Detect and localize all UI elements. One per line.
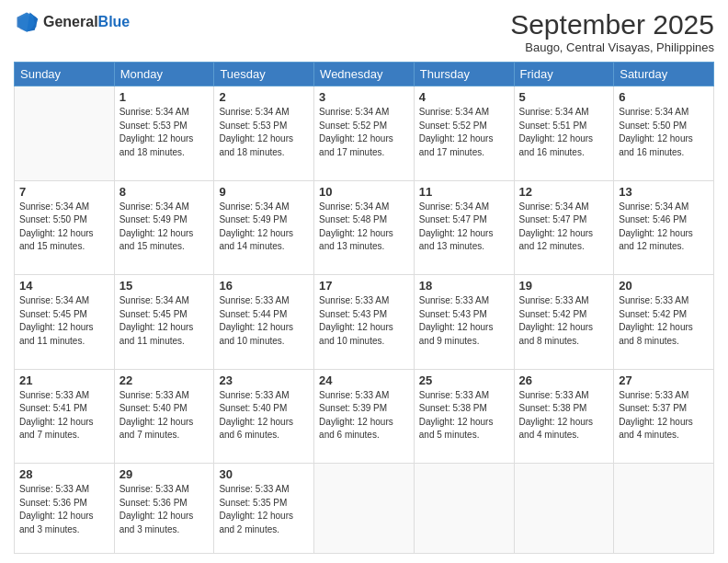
calendar-cell xyxy=(15,86,115,181)
week-row-5: 28Sunrise: 5:33 AMSunset: 5:36 PMDayligh… xyxy=(15,464,714,554)
logo-general: General xyxy=(43,14,98,30)
calendar-header-row: SundayMondayTuesdayWednesdayThursdayFrid… xyxy=(15,63,714,86)
calendar-cell xyxy=(414,464,514,554)
calendar-cell: 6Sunrise: 5:34 AMSunset: 5:50 PMDaylight… xyxy=(614,86,714,181)
day-info: Sunrise: 5:33 AMSunset: 5:40 PMDaylight:… xyxy=(119,389,210,442)
calendar-cell: 24Sunrise: 5:33 AMSunset: 5:39 PMDayligh… xyxy=(314,369,415,464)
calendar-cell: 11Sunrise: 5:34 AMSunset: 5:47 PMDayligh… xyxy=(414,180,514,275)
calendar-header-saturday: Saturday xyxy=(614,63,714,86)
calendar-header-wednesday: Wednesday xyxy=(314,63,415,86)
day-info: Sunrise: 5:34 AMSunset: 5:45 PMDaylight:… xyxy=(19,294,109,348)
day-info: Sunrise: 5:33 AMSunset: 5:40 PMDaylight:… xyxy=(219,389,309,442)
calendar-header-monday: Monday xyxy=(114,63,214,86)
day-info: Sunrise: 5:33 AMSunset: 5:38 PMDaylight:… xyxy=(419,389,509,442)
calendar-table: SundayMondayTuesdayWednesdayThursdayFrid… xyxy=(14,62,714,554)
day-info: Sunrise: 5:33 AMSunset: 5:44 PMDaylight:… xyxy=(219,294,309,348)
title-block: September 2025 Baugo, Central Visayas, P… xyxy=(510,9,714,54)
calendar-cell: 21Sunrise: 5:33 AMSunset: 5:41 PMDayligh… xyxy=(15,369,115,464)
calendar-cell: 19Sunrise: 5:33 AMSunset: 5:42 PMDayligh… xyxy=(514,275,614,370)
calendar-cell: 1Sunrise: 5:34 AMSunset: 5:53 PMDaylight… xyxy=(114,86,214,181)
day-info: Sunrise: 5:33 AMSunset: 5:37 PMDaylight:… xyxy=(619,389,709,442)
day-number: 2 xyxy=(219,90,309,104)
day-info: Sunrise: 5:34 AMSunset: 5:52 PMDaylight:… xyxy=(319,106,409,159)
calendar-header-friday: Friday xyxy=(514,63,614,86)
day-number: 22 xyxy=(119,373,210,387)
calendar-cell: 18Sunrise: 5:33 AMSunset: 5:43 PMDayligh… xyxy=(414,275,514,370)
day-number: 29 xyxy=(119,467,210,481)
day-number: 17 xyxy=(319,279,409,293)
day-number: 1 xyxy=(119,90,210,104)
logo-text: General Blue xyxy=(43,14,130,30)
calendar-cell: 12Sunrise: 5:34 AMSunset: 5:47 PMDayligh… xyxy=(514,180,614,275)
day-info: Sunrise: 5:33 AMSunset: 5:41 PMDaylight:… xyxy=(19,389,109,442)
calendar-cell: 8Sunrise: 5:34 AMSunset: 5:49 PMDaylight… xyxy=(114,180,214,275)
calendar-cell: 2Sunrise: 5:34 AMSunset: 5:53 PMDaylight… xyxy=(214,86,314,181)
calendar-header-sunday: Sunday xyxy=(15,63,115,86)
calendar-cell: 4Sunrise: 5:34 AMSunset: 5:52 PMDaylight… xyxy=(414,86,514,181)
day-number: 13 xyxy=(619,185,709,199)
day-info: Sunrise: 5:34 AMSunset: 5:47 PMDaylight:… xyxy=(519,201,609,254)
day-number: 4 xyxy=(419,90,509,104)
day-info: Sunrise: 5:34 AMSunset: 5:53 PMDaylight:… xyxy=(119,106,210,159)
calendar-cell: 26Sunrise: 5:33 AMSunset: 5:38 PMDayligh… xyxy=(514,369,614,464)
calendar-cell: 22Sunrise: 5:33 AMSunset: 5:40 PMDayligh… xyxy=(114,369,214,464)
calendar-cell: 17Sunrise: 5:33 AMSunset: 5:43 PMDayligh… xyxy=(314,275,415,370)
logo-blue: Blue xyxy=(98,14,131,30)
day-number: 14 xyxy=(19,279,109,293)
location: Baugo, Central Visayas, Philippines xyxy=(510,40,714,54)
day-info: Sunrise: 5:34 AMSunset: 5:49 PMDaylight:… xyxy=(219,201,309,254)
page: General Blue September 2025 Baugo, Centr… xyxy=(0,0,728,563)
day-number: 9 xyxy=(219,185,309,199)
day-number: 15 xyxy=(119,279,210,293)
day-info: Sunrise: 5:33 AMSunset: 5:43 PMDaylight:… xyxy=(419,294,509,348)
day-number: 6 xyxy=(619,90,709,104)
day-info: Sunrise: 5:34 AMSunset: 5:46 PMDaylight:… xyxy=(619,201,709,254)
day-number: 25 xyxy=(419,373,509,387)
day-number: 21 xyxy=(19,373,109,387)
day-info: Sunrise: 5:33 AMSunset: 5:36 PMDaylight:… xyxy=(119,483,210,536)
calendar-cell: 15Sunrise: 5:34 AMSunset: 5:45 PMDayligh… xyxy=(114,275,214,370)
logo-icon xyxy=(14,9,40,35)
day-number: 26 xyxy=(519,373,609,387)
day-number: 8 xyxy=(119,185,210,199)
day-number: 3 xyxy=(319,90,409,104)
calendar-cell: 23Sunrise: 5:33 AMSunset: 5:40 PMDayligh… xyxy=(214,369,314,464)
calendar-cell: 29Sunrise: 5:33 AMSunset: 5:36 PMDayligh… xyxy=(114,464,214,554)
day-info: Sunrise: 5:34 AMSunset: 5:52 PMDaylight:… xyxy=(419,106,509,159)
day-info: Sunrise: 5:33 AMSunset: 5:36 PMDaylight:… xyxy=(19,483,109,536)
calendar-cell: 10Sunrise: 5:34 AMSunset: 5:48 PMDayligh… xyxy=(314,180,415,275)
day-number: 28 xyxy=(19,467,109,481)
week-row-2: 7Sunrise: 5:34 AMSunset: 5:50 PMDaylight… xyxy=(15,180,714,275)
day-info: Sunrise: 5:34 AMSunset: 5:53 PMDaylight:… xyxy=(219,106,309,159)
day-info: Sunrise: 5:34 AMSunset: 5:50 PMDaylight:… xyxy=(19,201,109,254)
header: General Blue September 2025 Baugo, Centr… xyxy=(14,9,714,54)
day-info: Sunrise: 5:33 AMSunset: 5:43 PMDaylight:… xyxy=(319,294,409,348)
day-number: 20 xyxy=(619,279,709,293)
day-number: 16 xyxy=(219,279,309,293)
day-number: 23 xyxy=(219,373,309,387)
calendar-cell: 14Sunrise: 5:34 AMSunset: 5:45 PMDayligh… xyxy=(15,275,115,370)
calendar-header-tuesday: Tuesday xyxy=(214,63,314,86)
day-number: 30 xyxy=(219,467,309,481)
calendar-cell: 25Sunrise: 5:33 AMSunset: 5:38 PMDayligh… xyxy=(414,369,514,464)
day-info: Sunrise: 5:33 AMSunset: 5:38 PMDaylight:… xyxy=(519,389,609,442)
day-number: 27 xyxy=(619,373,709,387)
calendar-cell: 20Sunrise: 5:33 AMSunset: 5:42 PMDayligh… xyxy=(614,275,714,370)
calendar-cell: 13Sunrise: 5:34 AMSunset: 5:46 PMDayligh… xyxy=(614,180,714,275)
day-info: Sunrise: 5:34 AMSunset: 5:47 PMDaylight:… xyxy=(419,201,509,254)
day-info: Sunrise: 5:34 AMSunset: 5:45 PMDaylight:… xyxy=(119,294,210,348)
week-row-1: 1Sunrise: 5:34 AMSunset: 5:53 PMDaylight… xyxy=(15,86,714,181)
day-info: Sunrise: 5:34 AMSunset: 5:49 PMDaylight:… xyxy=(119,201,210,254)
day-info: Sunrise: 5:33 AMSunset: 5:42 PMDaylight:… xyxy=(619,294,709,348)
calendar-cell: 7Sunrise: 5:34 AMSunset: 5:50 PMDaylight… xyxy=(15,180,115,275)
calendar-cell xyxy=(314,464,415,554)
calendar-cell: 9Sunrise: 5:34 AMSunset: 5:49 PMDaylight… xyxy=(214,180,314,275)
calendar-cell xyxy=(614,464,714,554)
day-info: Sunrise: 5:34 AMSunset: 5:50 PMDaylight:… xyxy=(619,106,709,159)
day-number: 18 xyxy=(419,279,509,293)
day-info: Sunrise: 5:33 AMSunset: 5:42 PMDaylight:… xyxy=(519,294,609,348)
calendar-cell: 28Sunrise: 5:33 AMSunset: 5:36 PMDayligh… xyxy=(15,464,115,554)
day-number: 12 xyxy=(519,185,609,199)
calendar-cell: 27Sunrise: 5:33 AMSunset: 5:37 PMDayligh… xyxy=(614,369,714,464)
day-info: Sunrise: 5:34 AMSunset: 5:51 PMDaylight:… xyxy=(519,106,609,159)
